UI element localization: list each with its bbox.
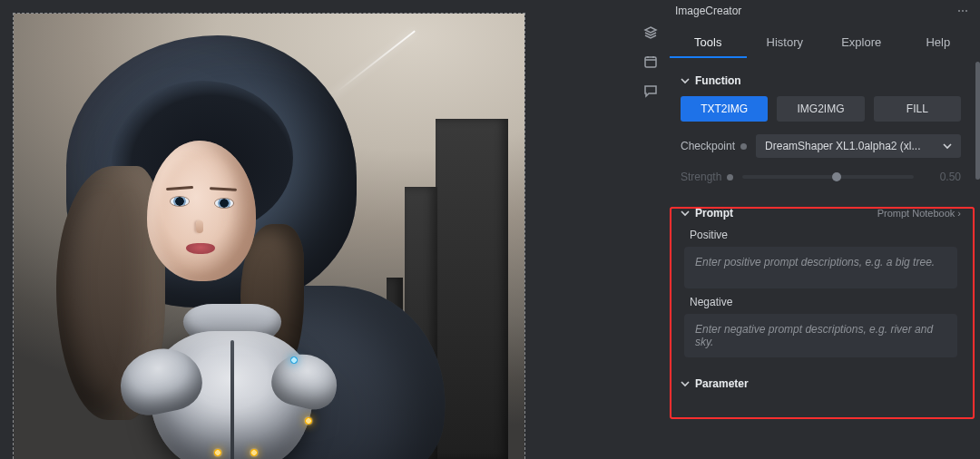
checkpoint-select[interactable]: DreamShaper XL1.0alpha2 (xl... — [756, 134, 961, 158]
panel-scrollbar[interactable] — [975, 58, 980, 452]
checkpoint-label: Checkpoint — [681, 140, 747, 152]
strength-slider — [742, 175, 914, 179]
chat-icon[interactable] — [643, 83, 658, 98]
positive-prompt-input[interactable]: Enter positive prompt descriptions, e.g.… — [684, 247, 957, 288]
section-function-title: Function — [695, 74, 741, 87]
section-prompt-header[interactable]: Prompt Prompt Notebook › — [681, 207, 961, 220]
tab-history[interactable]: History — [747, 26, 824, 58]
tab-explore[interactable]: Explore — [823, 26, 900, 58]
checkpoint-row: Checkpoint DreamShaper XL1.0alpha2 (xl..… — [681, 134, 961, 158]
mode-img2img[interactable]: IMG2IMG — [777, 96, 864, 122]
status-dot-icon — [740, 143, 747, 150]
layers-icon[interactable] — [643, 25, 658, 40]
panel-header: ImageCreator ⋯ — [666, 0, 980, 22]
app-root: ImageCreator ⋯ Tools History Explore Hel… — [0, 0, 980, 459]
prompt-notebook-link[interactable]: Prompt Notebook › — [877, 208, 961, 219]
tab-help[interactable]: Help — [900, 26, 977, 58]
section-parameter-header[interactable]: Parameter — [681, 377, 961, 390]
positive-label: Positive — [690, 229, 961, 241]
side-panel: ImageCreator ⋯ Tools History Explore Hel… — [666, 0, 980, 459]
scrollbar-thumb[interactable] — [975, 62, 980, 180]
section-prompt-title: Prompt — [695, 207, 733, 220]
mode-buttons: TXT2IMG IMG2IMG FILL — [681, 96, 961, 122]
checkpoint-value: DreamShaper XL1.0alpha2 (xl... — [765, 140, 920, 152]
canvas-area — [0, 0, 635, 459]
strength-row: Strength 0.50 — [681, 171, 961, 183]
chevron-down-icon — [681, 379, 690, 388]
svg-rect-0 — [645, 57, 656, 67]
chevron-down-icon — [943, 142, 952, 151]
mode-txt2img[interactable]: TXT2IMG — [681, 96, 768, 122]
panel-tabs: Tools History Explore Help — [666, 22, 980, 58]
calendar-icon[interactable] — [643, 54, 658, 69]
generated-image — [14, 14, 524, 459]
panel-title: ImageCreator — [675, 5, 741, 17]
section-parameter-title: Parameter — [695, 377, 749, 390]
panel-body: Function TXT2IMG IMG2IMG FILL Checkpoint… — [666, 58, 975, 459]
section-function-header[interactable]: Function — [681, 74, 961, 87]
vertical-toolbar — [635, 0, 666, 459]
negative-prompt-input[interactable]: Enter negative prompt descriptions, e.g.… — [684, 314, 957, 357]
status-dot-icon — [727, 174, 733, 181]
strength-label: Strength — [681, 171, 733, 183]
canvas-selection-frame[interactable] — [13, 13, 525, 459]
mode-fill[interactable]: FILL — [874, 96, 961, 122]
chevron-down-icon — [681, 209, 690, 218]
strength-value: 0.50 — [923, 171, 961, 183]
negative-label: Negative — [690, 296, 961, 308]
chevron-down-icon — [681, 76, 690, 85]
panel-menu-icon[interactable]: ⋯ — [957, 5, 971, 17]
tab-tools[interactable]: Tools — [670, 26, 747, 58]
